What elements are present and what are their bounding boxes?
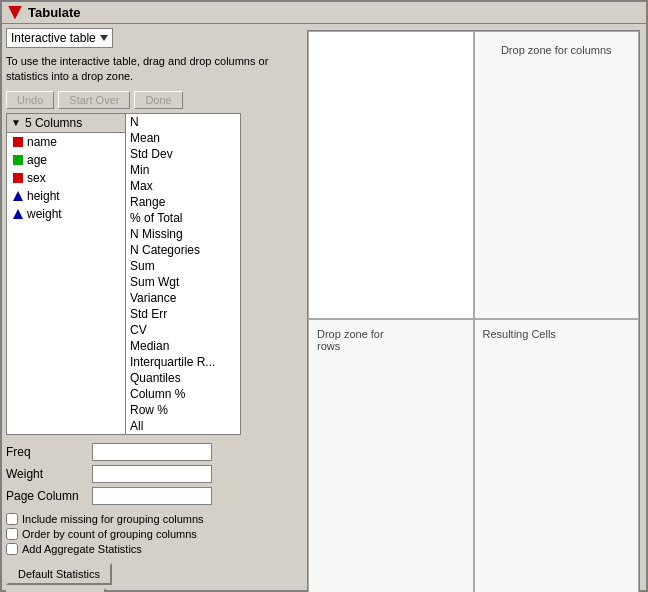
freq-input[interactable] xyxy=(92,443,212,461)
page-column-label: Page Column xyxy=(6,489,86,503)
change-format-button[interactable]: Change Format xyxy=(6,588,106,592)
weight-label: Weight xyxy=(6,467,86,481)
add-aggregate-label: Add Aggregate Statistics xyxy=(22,543,142,555)
page-column-row: Page Column xyxy=(6,487,301,505)
right-panel: Drop zone for columns Drop zone forrows … xyxy=(305,28,642,592)
order-by-count-label: Order by count of grouping columns xyxy=(22,528,197,540)
tabulate-window: Tabulate Interactive table To use the in… xyxy=(0,0,648,592)
dropdown-row: Interactive table xyxy=(6,28,301,48)
weight-input[interactable] xyxy=(92,465,212,483)
list-item[interactable]: Max xyxy=(126,178,240,194)
drop-zone-rows[interactable]: Drop zone forrows xyxy=(308,319,474,592)
title-bar: Tabulate xyxy=(2,2,646,24)
list-item[interactable]: Sum xyxy=(126,258,240,274)
order-by-count-checkbox[interactable] xyxy=(6,528,18,540)
include-missing-checkbox[interactable] xyxy=(6,513,18,525)
columns-header-label: 5 Columns xyxy=(25,116,82,130)
list-item[interactable]: Quantiles xyxy=(126,370,240,386)
drop-zone-rows-label: Drop zone forrows xyxy=(317,328,384,352)
add-aggregate-row: Add Aggregate Statistics xyxy=(6,543,301,555)
drop-zone-columns-label: Drop zone for columns xyxy=(501,44,612,56)
list-item[interactable]: sex xyxy=(7,169,125,187)
bottom-buttons: Default Statistics Change Format xyxy=(6,563,301,592)
window-title: Tabulate xyxy=(28,5,81,20)
list-item[interactable]: N Missing xyxy=(126,226,240,242)
list-item[interactable]: name xyxy=(7,133,125,151)
list-item[interactable]: Variance xyxy=(126,290,240,306)
blue-triangle-icon xyxy=(13,209,23,219)
description-text: To use the interactive table, drag and d… xyxy=(6,52,301,87)
column-name-label: sex xyxy=(27,171,46,185)
list-item[interactable]: N Categories xyxy=(126,242,240,258)
order-by-count-row: Order by count of grouping columns xyxy=(6,528,301,540)
weight-row: Weight xyxy=(6,465,301,483)
list-item[interactable]: All xyxy=(126,418,240,434)
list-item[interactable]: Median xyxy=(126,338,240,354)
list-item[interactable]: Std Err xyxy=(126,306,240,322)
list-item[interactable]: % of Total xyxy=(126,210,240,226)
statistics-list: N Mean Std Dev Min Max Range % of Total … xyxy=(126,113,241,435)
toolbar: Undo Start Over Done xyxy=(6,91,301,109)
left-panel: Interactive table To use the interactive… xyxy=(6,28,301,592)
dropdown-arrow-icon xyxy=(100,35,108,41)
done-button[interactable]: Done xyxy=(134,91,182,109)
drop-zone-container: Drop zone for columns Drop zone forrows … xyxy=(307,30,640,592)
main-content: Interactive table To use the interactive… xyxy=(2,24,646,592)
collapse-arrow-icon: ▼ xyxy=(11,117,21,128)
include-missing-label: Include missing for grouping columns xyxy=(22,513,204,525)
start-over-button[interactable]: Start Over xyxy=(58,91,130,109)
columns-panel: ▼ 5 Columns name age sex xyxy=(6,113,126,435)
add-aggregate-checkbox[interactable] xyxy=(6,543,18,555)
drop-zone-columns[interactable]: Drop zone for columns xyxy=(474,31,640,319)
green-square-icon xyxy=(13,155,23,165)
list-item[interactable]: N xyxy=(126,114,240,130)
list-item[interactable]: CV xyxy=(126,322,240,338)
page-column-input[interactable] xyxy=(92,487,212,505)
title-icon xyxy=(8,6,22,20)
undo-button[interactable]: Undo xyxy=(6,91,54,109)
include-missing-row: Include missing for grouping columns xyxy=(6,513,301,525)
default-statistics-button[interactable]: Default Statistics xyxy=(6,563,112,585)
list-item[interactable]: Interquartile R... xyxy=(126,354,240,370)
red-square-icon xyxy=(13,137,23,147)
red-square-icon xyxy=(13,173,23,183)
list-item[interactable]: Column % xyxy=(126,386,240,402)
drop-zone-top-left[interactable] xyxy=(308,31,474,319)
checkboxes-area: Include missing for grouping columns Ord… xyxy=(6,513,301,555)
column-name-label: age xyxy=(27,153,47,167)
column-name-label: weight xyxy=(27,207,62,221)
drop-zone-cells[interactable]: Resulting Cells xyxy=(474,319,640,592)
freq-label: Freq xyxy=(6,445,86,459)
list-item[interactable]: weight xyxy=(7,205,125,223)
column-name-label: name xyxy=(27,135,57,149)
list-item[interactable]: Mean xyxy=(126,130,240,146)
list-item[interactable]: height xyxy=(7,187,125,205)
dropdown-label: Interactive table xyxy=(11,31,96,45)
list-item[interactable]: age xyxy=(7,151,125,169)
list-item[interactable]: Std Dev xyxy=(126,146,240,162)
blue-triangle-icon xyxy=(13,191,23,201)
table-type-dropdown[interactable]: Interactive table xyxy=(6,28,113,48)
form-area: Freq Weight Page Column xyxy=(6,443,301,505)
list-item[interactable]: Range xyxy=(126,194,240,210)
middle-area: ▼ 5 Columns name age sex xyxy=(6,113,301,435)
column-name-label: height xyxy=(27,189,60,203)
columns-header[interactable]: ▼ 5 Columns xyxy=(7,114,125,133)
list-item[interactable]: Min xyxy=(126,162,240,178)
list-item[interactable]: Row % xyxy=(126,402,240,418)
drop-zone-cells-label: Resulting Cells xyxy=(483,328,556,340)
freq-row: Freq xyxy=(6,443,301,461)
list-item[interactable]: Sum Wgt xyxy=(126,274,240,290)
